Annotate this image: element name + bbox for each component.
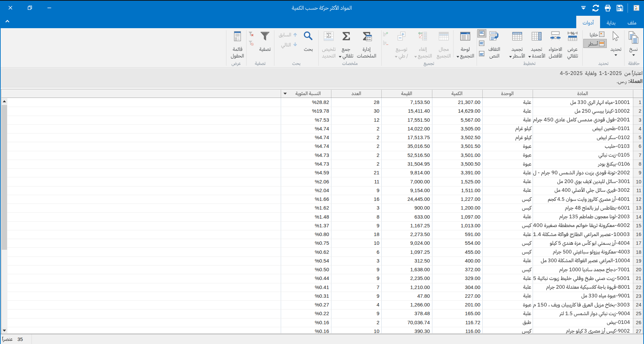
svg-text:%: % xyxy=(571,31,575,36)
